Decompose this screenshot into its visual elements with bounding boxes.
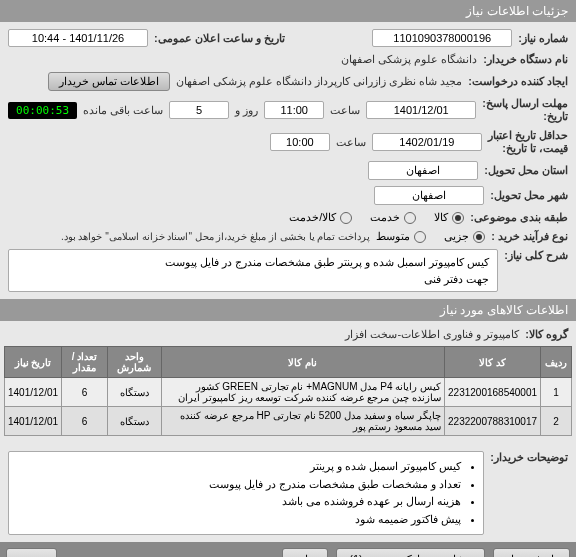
- notes-box: کیس کامپیوتر اسمبل شده و پرینتر تعداد و …: [8, 451, 484, 535]
- announce-label: تاریخ و ساعت اعلان عمومی:: [154, 32, 285, 45]
- radio-icon: [404, 212, 416, 224]
- validity-label: حداقل تاریخ اعتبار قیمت، تا تاریخ:: [488, 129, 568, 155]
- validity-time-label: ساعت: [336, 136, 366, 149]
- th-date: تاریخ نیاز: [5, 347, 62, 378]
- form-section: شماره نیاز: 1101090378000196 تاریخ و ساع…: [0, 22, 576, 299]
- th-qty: تعداد / مقدار: [62, 347, 108, 378]
- purchase-type-label: نوع فرآیند خرید :: [491, 230, 568, 243]
- purchase-type-note: پرداخت تمام یا بخشی از مبلغ خرید،از محل …: [61, 231, 370, 242]
- cell-name: کیس رایانه P4 مدل MAGNUM+ نام تجارتی GRE…: [161, 378, 444, 407]
- deadline-days: 5: [169, 101, 229, 119]
- notes-label: توضیحات خریدار:: [490, 451, 568, 464]
- th-row: ردیف: [541, 347, 572, 378]
- items-table: ردیف کد کالا نام کالا واحد شمارش تعداد /…: [4, 346, 572, 436]
- row-purchase-type: نوع فرآیند خرید : جزیی متوسط پرداخت تمام…: [4, 227, 572, 246]
- row-requester: ایجاد کننده درخواست: مجید شاه نظری زازرا…: [4, 69, 572, 94]
- table-row[interactable]: 2 2232200788310017 چاپگر سیاه و سفید مدل…: [5, 407, 572, 436]
- cell-qty: 6: [62, 407, 108, 436]
- note-item: تعداد و مشخصات طبق مشخصات مندرج در فایل …: [19, 476, 461, 494]
- category-option-goods[interactable]: کالا: [434, 211, 464, 224]
- cell-unit: دستگاه: [107, 407, 161, 436]
- category-option-1-label: خدمت: [370, 211, 400, 224]
- row-description: شرح کلی نیاز: کیس کامپیوتر اسمبل شده و پ…: [4, 246, 572, 295]
- cell-date: 1401/12/01: [5, 407, 62, 436]
- requester-value: مجید شاه نظری زازرانی کارپرداز دانشگاه ع…: [176, 75, 462, 88]
- description-line-1: کیس کامپیوتر اسمبل شده و پرینتر طبق مشخص…: [17, 254, 489, 271]
- deadline-time-label: ساعت: [330, 104, 360, 117]
- radio-icon: [452, 212, 464, 224]
- buyer-value: دانشگاه علوم پزشکی اصفهان: [341, 53, 477, 66]
- group-label: گروه کالا:: [525, 328, 568, 341]
- need-number-value: 1101090378000196: [372, 29, 512, 47]
- category-option-2-label: کالا/خدمت: [289, 211, 336, 224]
- group-value: کامپیوتر و فناوری اطلاعات-سخت افزار: [345, 328, 519, 341]
- province-label: استان محل تحویل:: [484, 164, 568, 177]
- row-category: طبقه بندی موضوعی: کالا خدمت کالا/خدمت: [4, 208, 572, 227]
- contact-buyer-button[interactable]: اطلاعات تماس خریدار: [48, 72, 170, 91]
- note-item: کیس کامپیوتر اسمبل شده و پرینتر: [19, 458, 461, 476]
- province-value: اصفهان: [368, 161, 478, 180]
- cell-date: 1401/12/01: [5, 378, 62, 407]
- reply-button[interactable]: پاسخ به نیاز: [493, 548, 570, 557]
- deadline-countdown: 00:00:53: [8, 102, 77, 119]
- note-item: پیش فاکتور ضمیمه شود: [19, 511, 461, 529]
- purchase-option-minor[interactable]: جزیی: [444, 230, 485, 243]
- radio-icon: [473, 231, 485, 243]
- deadline-label: مهلت ارسال پاسخ: تاریخ:: [482, 97, 568, 123]
- category-option-both[interactable]: کالا/خدمت: [289, 211, 352, 224]
- description-line-2: جهت دفتر فنی: [17, 271, 489, 288]
- purchase-option-medium[interactable]: متوسط: [376, 230, 426, 243]
- city-label: شهر محل تحویل:: [490, 189, 568, 202]
- requester-label: ایجاد کننده درخواست:: [468, 75, 568, 88]
- description-label: شرح کلی نیاز:: [504, 249, 568, 262]
- th-unit: واحد شمارش: [107, 347, 161, 378]
- th-code: کد کالا: [445, 347, 541, 378]
- row-city: شهر محل تحویل: اصفهان: [4, 183, 572, 208]
- category-radios: کالا خدمت کالا/خدمت: [289, 211, 464, 224]
- cell-unit: دستگاه: [107, 378, 161, 407]
- row-buyer: نام دستگاه خریدار: دانشگاه علوم پزشکی اص…: [4, 50, 572, 69]
- deadline-time: 11:00: [264, 101, 324, 119]
- cell-qty: 6: [62, 378, 108, 407]
- exit-button[interactable]: خروج: [6, 548, 57, 557]
- panel-title: جزئیات اطلاعات نیاز: [466, 4, 568, 18]
- footer-spacer: [65, 548, 274, 557]
- items-section: گروه کالا: کامپیوتر و فناوری اطلاعات-سخت…: [0, 321, 576, 542]
- cell-row: 2: [541, 407, 572, 436]
- category-label: طبقه بندی موضوعی:: [470, 211, 568, 224]
- table-header-row: ردیف کد کالا نام کالا واحد شمارش تعداد /…: [5, 347, 572, 378]
- th-name: نام کالا: [161, 347, 444, 378]
- row-validity: حداقل تاریخ اعتبار قیمت، تا تاریخ: 1402/…: [4, 126, 572, 158]
- items-header: اطلاعات کالاهای مورد نیاز: [0, 299, 576, 321]
- deadline-remain-label: ساعت باقی مانده: [83, 104, 163, 117]
- row-need-announce: شماره نیاز: 1101090378000196 تاریخ و ساع…: [4, 26, 572, 50]
- need-number-label: شماره نیاز:: [518, 32, 568, 45]
- row-deadline: مهلت ارسال پاسخ: تاریخ: 1401/12/01 ساعت …: [4, 94, 572, 126]
- city-value: اصفهان: [374, 186, 484, 205]
- buyer-label: نام دستگاه خریدار:: [483, 53, 568, 66]
- cell-row: 1: [541, 378, 572, 407]
- purchase-type-radios: جزیی متوسط: [376, 230, 485, 243]
- row-group: گروه کالا: کامپیوتر و فناوری اطلاعات-سخت…: [4, 325, 572, 344]
- attachments-button[interactable]: مشاهده مدارک پیوستی (1): [336, 548, 485, 557]
- category-option-0-label: کالا: [434, 211, 448, 224]
- deadline-date: 1401/12/01: [366, 101, 476, 119]
- note-item: هزینه ارسال بر عهده فروشنده می باشد: [19, 493, 461, 511]
- deadline-daydur-label: روز و: [235, 104, 258, 117]
- notes-list: کیس کامپیوتر اسمبل شده و پرینتر تعداد و …: [19, 458, 473, 528]
- table-row[interactable]: 1 2231200168540001 کیس رایانه P4 مدل MAG…: [5, 378, 572, 407]
- purchase-option-0-label: جزیی: [444, 230, 469, 243]
- validity-date: 1402/01/19: [372, 133, 482, 151]
- cell-name: چاپگر سیاه و سفید مدل 5200 نام تجارتی HP…: [161, 407, 444, 436]
- row-notes: توضیحات خریدار: کیس کامپیوتر اسمبل شده و…: [4, 448, 572, 538]
- category-option-service[interactable]: خدمت: [370, 211, 416, 224]
- print-button[interactable]: چاپ: [282, 548, 328, 557]
- row-province: استان محل تحویل: اصفهان: [4, 158, 572, 183]
- items-header-title: اطلاعات کالاهای مورد نیاز: [440, 303, 568, 317]
- purchase-option-1-label: متوسط: [376, 230, 410, 243]
- footer-bar: پاسخ به نیاز مشاهده مدارک پیوستی (1) چاپ…: [0, 542, 576, 557]
- announce-value: 1401/11/26 - 10:44: [8, 29, 148, 47]
- radio-icon: [340, 212, 352, 224]
- description-box: کیس کامپیوتر اسمبل شده و پرینتر طبق مشخص…: [8, 249, 498, 292]
- cell-code: 2231200168540001: [445, 378, 541, 407]
